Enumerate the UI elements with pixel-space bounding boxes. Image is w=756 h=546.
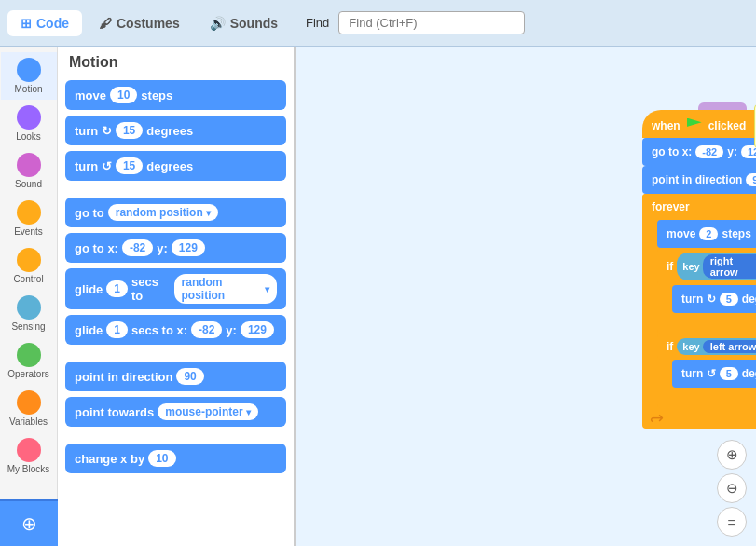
- green-flag-icon: [687, 118, 702, 133]
- zoom-controls: ⊕ ⊖ =: [717, 440, 747, 537]
- forever-inner: move 2 steps if key right arrow pressed?: [657, 220, 756, 408]
- if2-block[interactable]: if key left arrow pressed? then turn: [657, 334, 756, 408]
- glide1-label: glide: [75, 282, 103, 296]
- code-icon: ⊞: [21, 16, 32, 31]
- sidebar-item-looks[interactable]: Looks: [1, 100, 57, 147]
- fit-button[interactable]: =: [717, 507, 747, 537]
- forever-block[interactable]: forever move 2 steps if key: [642, 194, 756, 429]
- sidebar-item-sensing[interactable]: Sensing: [1, 290, 57, 337]
- point-label: point in direction: [652, 173, 742, 186]
- if1-block[interactable]: if key right arrow pressed? then tur: [657, 248, 756, 334]
- block-move[interactable]: move 10 steps: [65, 80, 286, 110]
- if1-text: if: [667, 260, 673, 273]
- operators-dot: [17, 343, 41, 367]
- block-turn-cw[interactable]: turn ↻ 15 degrees: [65, 116, 286, 145]
- block-changex[interactable]: change x by 10: [65, 444, 286, 473]
- goto-dropdown[interactable]: random position: [108, 204, 218, 221]
- operators-label: Operators: [7, 369, 48, 379]
- glide2-y-label: y:: [226, 323, 237, 337]
- turn-ccw-val[interactable]: 15: [116, 157, 143, 174]
- move2-label: move: [667, 227, 695, 240]
- tab-costumes[interactable]: 🖌 Costumes: [86, 10, 193, 36]
- turn-ccw-block[interactable]: turn ↺ 5 degrees: [672, 360, 756, 388]
- extensions-icon: ⊕: [21, 512, 37, 535]
- gotoxy-y[interactable]: 129: [172, 239, 205, 256]
- key2-dropdown[interactable]: left arrow: [703, 340, 756, 353]
- block-goto-random[interactable]: go to random position: [65, 198, 286, 227]
- towards-label: point towards: [75, 405, 154, 419]
- variables-dot: [17, 390, 41, 415]
- direction-val[interactable]: 90: [176, 368, 203, 385]
- move-label: move: [75, 89, 106, 102]
- point-direction-block[interactable]: point in direction 90: [642, 166, 756, 194]
- costumes-icon: 🖌: [99, 16, 112, 31]
- block-goto-xy[interactable]: go to x: -82 y: 129: [65, 233, 286, 263]
- gotoxy-x[interactable]: -82: [122, 239, 153, 256]
- key1-dropdown[interactable]: right arrow: [703, 254, 756, 279]
- key-sense-block[interactable]: key right arrow pressed?: [677, 253, 756, 280]
- block-glide-xy[interactable]: glide 1 secs to x: -82 y: 129: [65, 315, 286, 345]
- turn-cw-block[interactable]: turn ↻ 5 degrees: [672, 285, 756, 313]
- changex-val[interactable]: 10: [148, 450, 175, 467]
- turn-cw-label: turn ↻: [75, 124, 112, 138]
- move-block[interactable]: move 2 steps: [657, 220, 756, 248]
- looks-label: Looks: [16, 131, 41, 142]
- sidebar-item-events[interactable]: Events: [1, 195, 57, 242]
- zoom-out-button[interactable]: ⊖: [717, 473, 747, 503]
- glide2-y[interactable]: 129: [241, 321, 274, 338]
- myblocks-label: My Blocks: [7, 464, 50, 474]
- turn-cw2-val[interactable]: 5: [720, 293, 738, 306]
- move2-val[interactable]: 2: [699, 227, 718, 240]
- glide1-mid: secs to: [131, 275, 171, 303]
- tab-sounds[interactable]: 🔊 Sounds: [197, 10, 291, 36]
- sidebar-item-motion[interactable]: Motion: [1, 52, 57, 100]
- glide1-dropdown[interactable]: random position: [174, 274, 277, 304]
- if1-label-block: if key right arrow pressed? then: [657, 248, 756, 285]
- glide1-val[interactable]: 1: [106, 280, 128, 297]
- goto-y-label2: y:: [727, 145, 737, 158]
- towards-dropdown[interactable]: mouse-pointer: [158, 403, 257, 420]
- forever-label-block: forever: [642, 194, 756, 220]
- glide2-x[interactable]: -82: [191, 321, 222, 338]
- bottom-bar: ⊕: [0, 499, 58, 546]
- move-val[interactable]: 10: [110, 87, 137, 103]
- zoom-in-button[interactable]: ⊕: [717, 440, 747, 470]
- sidebar-item-variables[interactable]: Variables: [1, 385, 57, 432]
- block-towards[interactable]: point towards mouse-pointer: [65, 397, 286, 427]
- find-input[interactable]: [338, 11, 525, 34]
- direction-label: point in direction: [75, 370, 172, 384]
- turn-ccw2-val[interactable]: 5: [720, 367, 738, 380]
- key2-sense-block[interactable]: key left arrow pressed?: [677, 338, 756, 355]
- goto-xy-block[interactable]: go to x: -82 y: 129: [642, 138, 756, 166]
- turn-cw2-suffix: degrees: [742, 293, 756, 306]
- hat-block[interactable]: when clicked: [642, 110, 756, 138]
- tab-code[interactable]: ⊞ Code: [7, 10, 82, 36]
- point-val[interactable]: 90: [746, 173, 756, 186]
- sidebar-item-myblocks[interactable]: My Blocks: [1, 432, 57, 480]
- sidebar-item-control[interactable]: Control: [1, 242, 57, 290]
- changex-label: change x by: [75, 452, 144, 466]
- tab-code-label: Code: [36, 16, 69, 31]
- sidebar-item-operators[interactable]: Operators: [1, 337, 57, 385]
- block-glide-random[interactable]: glide 1 secs to random position: [65, 268, 286, 309]
- glide2-val[interactable]: 1: [106, 321, 128, 338]
- goto-x-val[interactable]: -82: [695, 145, 723, 158]
- sensing-label: Sensing: [11, 321, 45, 332]
- turn-cw2-label: turn ↻: [681, 293, 716, 306]
- sensing-dot: [17, 295, 41, 320]
- script-area[interactable]: when clicked go to x: -82 y: 129 point i…: [296, 47, 756, 546]
- control-dot: [17, 248, 41, 272]
- goto-label: go to: [75, 206, 104, 220]
- turn-cw-suffix: degrees: [146, 124, 193, 138]
- block-turn-ccw[interactable]: turn ↺ 15 degrees: [65, 151, 286, 181]
- main-script: when clicked go to x: -82 y: 129 point i…: [642, 110, 756, 429]
- turn-cw-val[interactable]: 15: [116, 122, 143, 139]
- key1-label: key: [682, 261, 699, 272]
- top-bar: ⊞ Code 🖌 Costumes 🔊 Sounds Find: [0, 0, 756, 47]
- goto-y-val[interactable]: 129: [741, 145, 756, 158]
- events-dot: [17, 200, 41, 225]
- turn-ccw-label: turn ↺: [75, 159, 112, 173]
- block-direction[interactable]: point in direction 90: [65, 362, 286, 391]
- zoom-out-icon: ⊖: [726, 480, 738, 497]
- sidebar-item-sound[interactable]: Sound: [1, 147, 57, 195]
